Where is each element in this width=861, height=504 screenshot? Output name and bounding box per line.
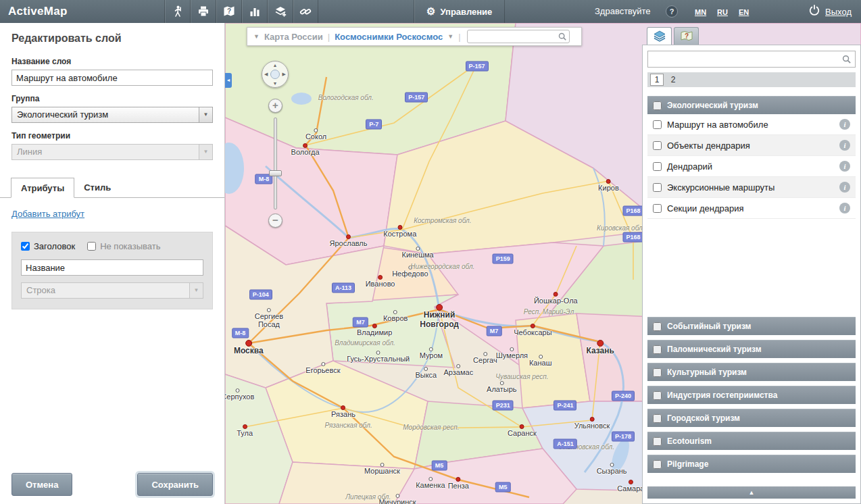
layer-group-name: Городской туризм xyxy=(667,413,740,423)
add-layer-icon xyxy=(274,5,287,18)
logout-link[interactable]: Выход xyxy=(825,7,852,17)
walker-button[interactable] xyxy=(164,0,190,23)
pan-right-icon: ▶ xyxy=(282,72,286,77)
pan-center-icon xyxy=(270,70,280,79)
info-icon[interactable]: i xyxy=(839,140,850,151)
lang-link-mn[interactable]: MN xyxy=(695,8,706,16)
layer-group-name: Культурный туризм xyxy=(667,368,747,377)
printer-button[interactable] xyxy=(190,0,216,23)
layer-group-header[interactable]: Событийный туризм xyxy=(647,317,856,335)
help-icon[interactable]: ? xyxy=(666,5,678,18)
page-1[interactable]: 1 xyxy=(650,74,664,86)
info-icon[interactable]: i xyxy=(839,182,850,193)
group-checkbox[interactable] xyxy=(653,460,662,469)
layer-name-input[interactable] xyxy=(11,70,213,86)
tab-style[interactable]: Стиль xyxy=(74,178,120,197)
info-icon[interactable]: i xyxy=(839,161,850,172)
layer-row[interactable]: Дендрарийi xyxy=(647,156,856,177)
layers-search-input[interactable] xyxy=(647,51,856,68)
layer-checkbox[interactable] xyxy=(653,183,662,192)
greeting-text: Здравствуйте xyxy=(595,0,651,23)
layer-row[interactable]: Объекты дендрарияi xyxy=(647,135,856,156)
group-checkbox[interactable] xyxy=(653,322,662,331)
zoom-slider-handle[interactable] xyxy=(269,170,282,176)
bar-chart-icon xyxy=(248,5,262,18)
layer-group: Экологический туризмМаршрут на автомобил… xyxy=(647,96,856,219)
layer-group-name: Событийный туризм xyxy=(667,322,751,331)
layer-name: Объекты дендрария xyxy=(667,141,750,151)
overlay-layer-select[interactable]: Космоснимки Роскосмос xyxy=(335,32,443,42)
map-pan-control[interactable]: ▲ ▼ ◀ ▶ xyxy=(262,61,289,88)
panel-collapse-bar[interactable]: ▲ xyxy=(647,486,856,499)
group-checkbox[interactable] xyxy=(653,391,662,400)
tab-layers[interactable] xyxy=(647,27,672,45)
group-select-value: Экологический туризм xyxy=(17,109,108,120)
layer-group-name: Ecotourism xyxy=(667,436,712,446)
title-checkbox[interactable] xyxy=(21,242,30,251)
lang-link-en[interactable]: EN xyxy=(739,8,749,16)
attribute-name-input[interactable] xyxy=(21,259,203,276)
layer-name-label: Название слоя xyxy=(11,57,213,66)
link-icon xyxy=(299,5,312,18)
panel-buttons: Отмена Сохранить xyxy=(11,473,213,496)
group-checkbox[interactable] xyxy=(653,368,662,377)
group-checkbox[interactable] xyxy=(653,437,662,446)
layer-group: Индустрия гостеприимства xyxy=(647,386,856,404)
zoom-in-button[interactable]: + xyxy=(268,99,282,113)
logout-area: Выход xyxy=(808,0,852,23)
link-button[interactable] xyxy=(293,0,318,23)
attribute-checkbox-row: Заголовок Не показывать xyxy=(21,241,203,251)
tab-attributes[interactable]: Атрибуты xyxy=(11,178,74,198)
tab-map-legend[interactable]: ? xyxy=(674,27,699,45)
lang-link-ru[interactable]: RU xyxy=(717,8,728,16)
layer-group-header[interactable]: Pilgrimage xyxy=(647,455,856,473)
layer-group: Городской туризм xyxy=(647,409,856,427)
map-question-icon: ? xyxy=(680,30,693,43)
layer-group-header[interactable]: Городской туризм xyxy=(647,409,856,427)
layer-checkbox[interactable] xyxy=(653,120,662,129)
bar-chart-button[interactable] xyxy=(241,0,267,23)
layer-group-name: Экологический туризм xyxy=(667,101,758,110)
map-question-button[interactable]: ? xyxy=(216,0,241,23)
left-panel-collapse-button[interactable]: ◄ xyxy=(225,73,232,88)
layer-checkbox[interactable] xyxy=(653,204,662,213)
layer-group-header[interactable]: Экологический туризм xyxy=(647,96,856,114)
activemap-app: ActiveMap ? ⚙Управление Здравствуйте ? M… xyxy=(0,0,861,504)
geometry-type-value: Линия xyxy=(17,147,42,157)
add-attribute-link[interactable]: Добавить атрибут xyxy=(11,209,84,219)
page-2[interactable]: 2 xyxy=(666,74,680,86)
title-checkbox-label: Заголовок xyxy=(34,241,75,251)
info-icon[interactable]: i xyxy=(839,119,850,130)
zoom-out-button[interactable]: − xyxy=(268,213,282,228)
map-search xyxy=(467,30,570,43)
management-menu[interactable]: ⚙Управление xyxy=(414,0,505,23)
hide-checkbox[interactable] xyxy=(87,242,96,251)
attribute-card: Заголовок Не показывать Строка▼ xyxy=(11,232,213,309)
layer-group-header[interactable]: Ecotourism xyxy=(647,432,856,450)
group-select[interactable]: Экологический туризм▼ xyxy=(11,107,213,123)
layer-row[interactable]: Маршрут на автомобилеi xyxy=(647,114,856,135)
layer-group-header[interactable]: Паломнический туризм xyxy=(647,340,856,358)
group-checkbox[interactable] xyxy=(653,414,662,423)
layer-checkbox[interactable] xyxy=(653,141,662,150)
chevron-down-icon[interactable]: ▼ xyxy=(253,33,260,40)
layer-row[interactable]: Экскурсионные маршрутыi xyxy=(647,177,856,198)
layer-checkbox[interactable] xyxy=(653,162,662,171)
group-checkbox[interactable] xyxy=(653,345,662,354)
cancel-button[interactable]: Отмена xyxy=(11,473,72,496)
toolbar-separator: | xyxy=(458,32,460,42)
add-layer-button[interactable] xyxy=(267,0,293,23)
layer-group-header[interactable]: Культурный туризм xyxy=(647,363,856,381)
svg-text:?: ? xyxy=(684,32,688,39)
map-search-input[interactable] xyxy=(467,30,570,43)
save-button[interactable]: Сохранить xyxy=(137,473,213,496)
base-layer-select[interactable]: Карта России xyxy=(264,32,323,42)
info-icon[interactable]: i xyxy=(839,203,850,213)
layer-name: Маршрут на автомобиле xyxy=(667,120,768,130)
layer-row[interactable]: Секции дендрарияi xyxy=(647,198,856,219)
zoom-slider-track[interactable] xyxy=(274,118,277,209)
group-checkbox[interactable] xyxy=(653,101,662,110)
layer-group-header[interactable]: Индустрия гостеприимства xyxy=(647,386,856,404)
gear-icon: ⚙ xyxy=(426,5,435,17)
chevron-down-icon[interactable]: ▼ xyxy=(447,33,453,40)
